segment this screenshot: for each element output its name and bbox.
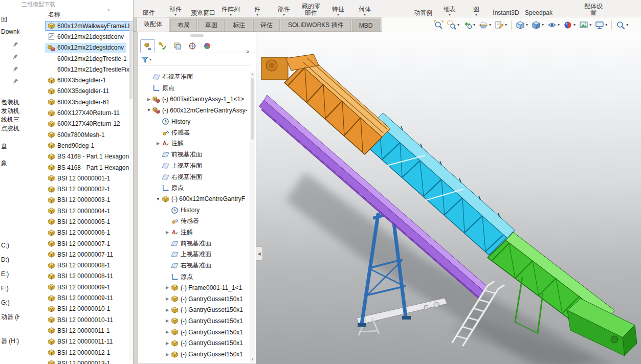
ribbon-button[interactable]: 特征▼ (327, 6, 349, 16)
hide-show-items-button[interactable]: ▾ (546, 20, 561, 30)
view-orientation-button[interactable]: ▾ (515, 20, 529, 30)
sidebar-this-pc-item[interactable]: 盘 (0, 138, 19, 155)
tree-item[interactable]: ▶(-) GantryGusset150x1 (138, 315, 251, 327)
tree-item[interactable]: 上视基准面 (138, 249, 251, 260)
sidebar-drive-item[interactable]: F:) (0, 281, 19, 295)
sidebar-this-pc-item[interactable]: 象 (0, 155, 19, 172)
filter-icon[interactable] (141, 56, 148, 63)
panel-tab-propertymanager[interactable] (155, 39, 170, 53)
file-item[interactable]: 600x12mx21degTrestleFix (19, 64, 133, 75)
tree-item[interactable]: 传感器 (138, 127, 251, 138)
file-item[interactable]: BSI 12 00000004-1 (19, 206, 133, 216)
file-item[interactable]: 600X35degIdler-61 (19, 97, 133, 107)
filter-caret[interactable]: ▾ (149, 57, 151, 62)
panel-tab-displaymanager[interactable] (200, 39, 214, 53)
file-item[interactable]: 600X35degIdler-11 (19, 86, 133, 97)
sidebar-quick-access-item[interactable]: Download (0, 26, 19, 38)
file-item[interactable]: BSI 12 00000007-1 (19, 238, 133, 249)
graphics-viewport[interactable]: ◀ (256, 32, 641, 364)
ribbon-button[interactable]: 部件▼ (273, 6, 295, 16)
tree-expander-collapsed[interactable]: ▶ (164, 297, 171, 301)
file-item[interactable]: BSI 12 00000008-1 (19, 260, 133, 271)
ribbon-tab[interactable]: SOLIDWORKS 插件 (281, 19, 351, 31)
scroll-down-arrow[interactable]: ▼ (250, 357, 255, 362)
file-item[interactable]: BSI 12 00000013-1 (19, 358, 133, 364)
file-item[interactable]: 600x7800Mesh-1 (19, 129, 133, 140)
tree-item[interactable]: 原点 (138, 83, 251, 94)
file-item[interactable]: 600x12mx21degTrestle-1 (19, 53, 133, 64)
tree-expander-collapsed[interactable]: ▶ (164, 352, 171, 357)
zoom-to-fit-button[interactable] (433, 20, 445, 30)
view-settings-button[interactable]: ▾ (594, 20, 608, 30)
ribbon-button[interactable]: Instant3D (492, 10, 520, 16)
sidebar-drive-item[interactable]: 器 (H:) FAST (0, 334, 19, 348)
sidebar-quick-access-item[interactable] (0, 62, 19, 75)
ribbon-tab[interactable]: 草图 (198, 19, 225, 31)
file-item[interactable]: 600X127X40Return-12 (19, 119, 133, 129)
tree-item[interactable]: History (138, 116, 251, 127)
tree-scrollbar[interactable]: ▲ ▼ (250, 72, 255, 362)
sidebar-folder-item[interactable]: 发动机三维套 (0, 107, 19, 116)
scroll-up-arrow[interactable]: ▲ (250, 72, 255, 77)
file-list-scrollbar[interactable] (129, 21, 132, 360)
tree-item[interactable]: 原点 (138, 183, 251, 194)
ribbon-button[interactable]: 预览窗口 (191, 10, 215, 16)
panel-tab-featuremanager[interactable] (140, 39, 155, 53)
sidebar-quick-access-item[interactable]: 回 (0, 13, 19, 26)
file-item[interactable]: 600X127X40Return-11 (19, 107, 133, 118)
ribbon-button[interactable]: 部件▼ (164, 6, 187, 16)
tree-item[interactable]: ▶(-) Frame0001-11_1<1 (138, 282, 251, 293)
ribbon-tab[interactable]: 装配体 (137, 17, 169, 32)
tree-expander-collapsed[interactable]: ▶ (164, 330, 171, 334)
file-item[interactable]: BS 4168 - Part 1 Hexagon (19, 162, 133, 173)
tree-item[interactable]: ▶A注解 (138, 227, 251, 238)
file-item[interactable]: 600x12mx21degstdconv (19, 31, 133, 42)
ribbon-button[interactable]: 动算例 (412, 10, 434, 16)
sidebar-folder-item[interactable]: 线机三维套管 (0, 116, 19, 124)
name-column-header[interactable]: 名称 ^ (19, 8, 133, 20)
tree-item[interactable]: ▶A注解 (138, 138, 251, 149)
tree-item[interactable]: 上视基准面 (138, 161, 251, 172)
sidebar-quick-access-item[interactable] (0, 75, 19, 87)
tree-item[interactable]: ▶(-) GantryGusset150x1 (138, 293, 251, 305)
tree-item[interactable]: ▶(-) 600TailGantryAssy-1_1<1> (138, 94, 251, 105)
section-view-button[interactable]: ▾ (478, 20, 492, 30)
ribbon-button[interactable]: 件▼ (246, 6, 269, 16)
file-item[interactable]: 600X35degIdler-1 (19, 75, 133, 85)
tree-expander-collapsed[interactable]: ▶ (164, 341, 171, 346)
tree-item[interactable]: ▼(-) 600x12mCentreGantryF (138, 194, 251, 205)
sidebar-drive-item[interactable]: C:) (0, 238, 19, 253)
sidebar-folder-item[interactable]: 包装机三维模 (0, 98, 19, 107)
magnifier-button[interactable]: ▾ (615, 20, 629, 30)
panel-drag-handle[interactable] (190, 34, 204, 37)
file-item[interactable]: BSI 12 00000010-1 (19, 304, 133, 314)
sidebar-folder-item[interactable]: 点胶机三维套 (0, 124, 19, 133)
ribbon-button[interactable]: 藏的零部件 (299, 3, 323, 16)
sidebar-drive-item[interactable]: G:) (0, 295, 19, 310)
scrollbar-thumb[interactable] (129, 22, 132, 99)
ground-conveyor-part[interactable] (357, 298, 447, 335)
file-item[interactable]: BSI 12 00000001-1 (19, 173, 133, 184)
tree-item[interactable]: History (138, 204, 251, 216)
tree-expander-collapsed[interactable]: ▶ (154, 141, 162, 146)
scrollbar-thumb[interactable] (251, 78, 254, 140)
ribbon-button[interactable]: 何体▼ (353, 6, 376, 16)
tree-item[interactable]: ▶(-) GantryGusset150x1 (138, 304, 251, 315)
panel-collapse-chevron[interactable]: ◀ (256, 246, 263, 261)
file-item[interactable]: BSI 12 00000009-11 (19, 292, 133, 303)
tree-expander-expanded[interactable]: ▼ (145, 108, 152, 112)
tree-item[interactable]: ▶(-) GantryGusset150x1 (138, 349, 251, 360)
file-item[interactable]: BSI 12 00000003-1 (19, 195, 133, 206)
tree-item[interactable]: 前视基准面 (138, 149, 251, 161)
tree-item[interactable]: ▶(-) GantryGusset150x1 (138, 327, 251, 338)
file-item[interactable]: 600x12mWalkwayFrameLH (19, 20, 133, 31)
tail-gantry-section[interactable] (261, 54, 390, 154)
tree-item[interactable]: 传感器 (138, 216, 251, 227)
file-item[interactable]: BSI 12 00000012-1 (19, 347, 133, 358)
tree-expander-collapsed[interactable]: ▶ (164, 230, 171, 235)
sidebar-drive-item[interactable]: 动器 (H:) FAS (0, 310, 19, 324)
file-item[interactable]: Bend90deg-1 (19, 140, 133, 151)
file-item[interactable]: 600x12mx21degstdconv (19, 42, 133, 53)
display-style-button[interactable]: ▾ (531, 20, 545, 30)
sidebar-drive-item[interactable]: E:) (0, 267, 19, 281)
